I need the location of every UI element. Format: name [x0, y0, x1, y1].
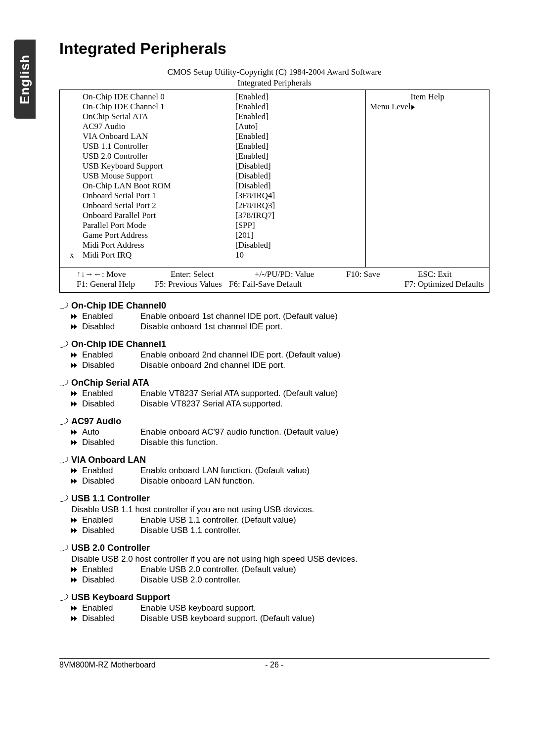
bios-row-value: [Disabled] [235, 240, 361, 250]
bios-row: Midi Port IRQ10 [70, 250, 361, 260]
option-name: Disabled [71, 399, 140, 409]
bios-row: USB 1.1 Controller[Enabled] [70, 141, 361, 151]
option-name: Auto [71, 427, 140, 437]
option-desc: Disable USB 2.0 controller. [140, 575, 490, 585]
option-desc: Disable onboard 2nd channel IDE port. [140, 360, 490, 370]
bios-box: On-Chip IDE Channel 0[Enabled]On-Chip ID… [59, 89, 490, 293]
option-name: Disabled [71, 575, 140, 585]
option-desc: Enable onboard LAN function. (Default va… [140, 466, 490, 476]
option-name: Enabled [71, 603, 140, 613]
bios-help-title: Item Help [370, 92, 485, 102]
bios-row-value: [Enabled] [235, 151, 361, 161]
section-title: OnChip Serial ATA [71, 378, 490, 388]
option-row: DisabledDisable USB 1.1 controller. [71, 526, 490, 535]
section: On-Chip IDE Channel1EnabledEnable onboar… [59, 339, 490, 370]
option-name: Enabled [71, 565, 140, 575]
option-row: DisabledDisable onboard LAN function. [71, 476, 490, 486]
option-desc: Enable USB keyboard support. [140, 603, 490, 613]
bios-row-value: [2F8/IRQ3] [235, 201, 361, 211]
option-row: DisabledDisable USB 2.0 controller. [71, 575, 490, 585]
option-row: EnabledEnable onboard LAN function. (Def… [71, 466, 490, 476]
option-row: DisabledDisable VT8237 Serial ATA suppor… [71, 399, 490, 409]
option-row: DisabledDisable this function. [71, 438, 490, 447]
section-title: VIA Onboard LAN [71, 455, 490, 465]
key-f1: F1: General Help [77, 279, 135, 289]
bios-row-value: [Enabled] [235, 141, 361, 151]
bios-row: On-Chip IDE Channel 1[Enabled] [70, 102, 361, 112]
section-title: On-Chip IDE Channel1 [71, 339, 490, 350]
bios-row-value: 10 [235, 250, 361, 260]
option-row: EnabledEnable USB 1.1 controller. (Defau… [71, 515, 490, 525]
bios-row-label: Onboard Serial Port 1 [70, 191, 235, 201]
bios-row-value: [3F8/IRQ4] [235, 191, 361, 201]
option-name: Disabled [71, 614, 140, 623]
bios-row: Onboard Serial Port 1[3F8/IRQ4] [70, 191, 361, 201]
bios-row: On-Chip LAN Boot ROM[Disabled] [70, 181, 361, 191]
bios-row: Onboard Serial Port 2[2F8/IRQ3] [70, 201, 361, 211]
option-desc: Enable USB 1.1 controller. (Default valu… [140, 515, 490, 525]
bios-menu-level-label: Menu Level [370, 102, 411, 111]
key-f6: F6: Fail-Save Default [229, 279, 404, 289]
option-row: DisabledDisable USB keyboard support. (D… [71, 614, 490, 623]
bios-row-label: USB Mouse Support [70, 171, 235, 181]
key-f5: F5: Previous Values [135, 279, 229, 289]
section: USB Keyboard SupportEnabledEnable USB ke… [59, 592, 490, 623]
bios-row-label: VIA Onboard LAN [70, 132, 235, 141]
chevron-right-icon [411, 105, 415, 110]
section: OnChip Serial ATAEnabledEnable VT8237 Se… [59, 378, 490, 409]
bios-row: AC97 Audio[Auto] [70, 122, 361, 132]
section-title: On-Chip IDE Channel0 [71, 301, 490, 311]
bios-row-label: On-Chip IDE Channel 1 [70, 102, 235, 112]
bios-row-value: [Disabled] [235, 161, 361, 171]
option-row: DisabledDisable onboard 2nd channel IDE … [71, 360, 490, 370]
page-title: Integrated Peripherals [59, 40, 490, 58]
bios-row-value: [Auto] [235, 122, 361, 132]
option-desc: Enable onboard 2nd channel IDE port. (De… [140, 350, 490, 360]
bios-row-value: [201] [235, 230, 361, 240]
bios-row-value: [Enabled] [235, 132, 361, 141]
key-f10: F10: Save [346, 269, 418, 279]
bios-row: USB 2.0 Controller[Enabled] [70, 151, 361, 161]
option-desc: Disable USB 1.1 controller. [140, 526, 490, 535]
option-desc: Disable onboard 1st channel IDE port. [140, 322, 490, 332]
option-desc: Disable VT8237 Serial ATA supported. [140, 399, 490, 409]
bios-row: Midi Port Address[Disabled] [70, 240, 361, 250]
option-name: Disabled [71, 476, 140, 486]
option-name: Disabled [71, 360, 140, 370]
option-name: Enabled [71, 311, 140, 321]
bios-help-pane: Item Help Menu Level [365, 90, 489, 267]
section: VIA Onboard LANEnabledEnable onboard LAN… [59, 455, 490, 486]
option-desc: Enable USB 2.0 controller. (Default valu… [140, 565, 490, 575]
bios-row: On-Chip IDE Channel 0[Enabled] [70, 92, 361, 102]
bios-row: Game Port Address[201] [70, 230, 361, 240]
bios-row-label: AC97 Audio [70, 122, 235, 132]
section-note: Disable USB 2.0 host controller if you a… [71, 554, 490, 564]
bios-row-label: Midi Port IRQ [70, 250, 235, 260]
option-desc: Enable onboard AC'97 audio function. (De… [140, 427, 490, 437]
option-name: Disabled [71, 526, 140, 535]
bios-row-label: Parallel Port Mode [70, 221, 235, 230]
footer-page-number: - 26 - [260, 661, 289, 669]
bios-row: VIA Onboard LAN[Enabled] [70, 132, 361, 141]
bios-footer: ↑↓→←: Move Enter: Select +/-/PU/PD: Valu… [60, 267, 489, 292]
section: USB 2.0 ControllerDisable USB 2.0 host c… [59, 543, 490, 585]
option-name: Disabled [71, 438, 140, 447]
option-name: Enabled [71, 389, 140, 399]
option-row: EnabledEnable VT8237 Serial ATA supporte… [71, 389, 490, 399]
option-row: EnabledEnable onboard 2nd channel IDE po… [71, 350, 490, 360]
bios-row-label: On-Chip LAN Boot ROM [70, 181, 235, 191]
language-tab: English [14, 40, 36, 119]
bios-row: Parallel Port Mode[SPP] [70, 221, 361, 230]
bios-row: USB Mouse Support[Disabled] [70, 171, 361, 181]
bios-row-value: [Enabled] [235, 112, 361, 122]
option-name: Enabled [71, 466, 140, 476]
key-f7: F7: Optimized Defaults [404, 279, 484, 289]
option-desc: Enable onboard 1st channel IDE port. (De… [140, 311, 490, 321]
section-title: AC97 Audio [71, 416, 490, 427]
section-title: USB Keyboard Support [71, 592, 490, 603]
bios-row: USB Keyboard Support[Disabled] [70, 161, 361, 171]
option-name: Enabled [71, 350, 140, 360]
section-title: USB 1.1 Controller [71, 493, 490, 504]
bios-row-label: USB 2.0 Controller [70, 151, 235, 161]
language-tab-text: English [17, 54, 33, 104]
